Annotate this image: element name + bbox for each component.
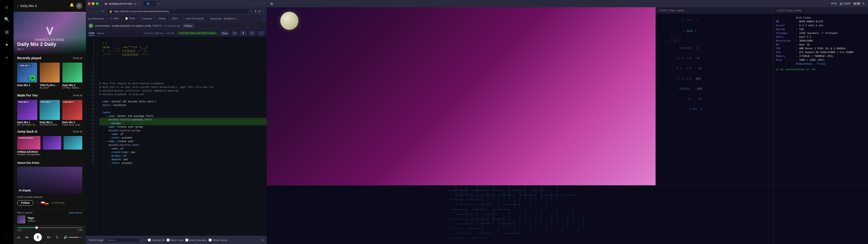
extensions-button[interactable]: ⚙: [258, 9, 261, 13]
copy-button[interactable]: ⎘: [232, 31, 238, 35]
list-item[interactable]: Daily Mix 1 Daily Mix 1 88Y GOYARD, Drak…: [17, 100, 37, 126]
find-next-button[interactable]: ↓: [145, 238, 146, 242]
new-tab-button[interactable]: ＋: [156, 1, 162, 6]
browser-tab-active[interactable]: 🐙 dots/play.yml at main · y... ✕: [102, 1, 143, 6]
user-avatar[interactable]: U: [76, 3, 82, 9]
line-numbers: 1 2 3 4 5 6 7 8 9 10 11 12 13 14 15 16 1…: [86, 37, 97, 236]
list-item[interactable]: Daily Mix 2 Lil Peep, Blades...: [62, 63, 82, 89]
bookmark-item[interactable]: Javascript - Simplest w...: [210, 17, 237, 20]
edit-button[interactable]: ✏: [249, 31, 255, 35]
commit-hash[interactable]: f6d9479: [153, 24, 162, 27]
line-number: 27: [86, 132, 96, 136]
code-line: groups: yf: [99, 154, 267, 158]
window-minimize-button[interactable]: [92, 2, 94, 5]
made-for-you-show-all[interactable]: Show all: [73, 94, 82, 97]
window-close-button[interactable]: [88, 2, 90, 5]
jump-back-in-show-all[interactable]: Show all: [73, 130, 82, 133]
highlight-all-checkbox[interactable]: Highlight All: [148, 239, 164, 242]
commit-header: Y yourfriendoss ansible playbook • fix w…: [86, 22, 267, 30]
url-bar[interactable]: 🔒 https://github.com/yourfrienddosa/dots…: [106, 9, 249, 14]
list-item[interactable]: Daily Mix 2 Daily Mix 2 XXXTENTACION, Li…: [39, 100, 60, 126]
sysinfo-content: Arch Linux MB ~ B450 AORUS ELITE Kernel …: [773, 13, 868, 185]
bookmark-item[interactable]: Github: [158, 17, 166, 20]
clock: 12:52: [853, 2, 860, 5]
shuffle-button[interactable]: ⇄: [17, 235, 20, 240]
play-button[interactable]: ▶: [29, 75, 36, 81]
tab-close-button[interactable]: ✕: [151, 2, 153, 5]
home-icon[interactable]: ⌂: [4, 4, 10, 10]
bookmarks-bar: yourfriend.uwu | ⬡ Silas | 📋 Trello | Co…: [86, 16, 267, 22]
browser-titlebar: 🐙 dots/play.yml at main · y... ✕ 🌐 ✕ ＋ —…: [86, 0, 267, 7]
queue-link[interactable]: Open queue: [68, 211, 82, 214]
recently-played-show-all[interactable]: Show all: [73, 57, 82, 59]
raw-button[interactable]: Raw: [220, 31, 229, 35]
reload-button[interactable]: ↻: [100, 9, 105, 13]
window-restore-icon[interactable]: □: [259, 2, 261, 5]
prev-button[interactable]: ⏮: [25, 235, 29, 239]
tab-blame[interactable]: Blame: [97, 31, 104, 35]
code-editor-area: 1 2 3 4 5 6 7 8 9 10 11 12 13 14 15 16 1…: [86, 37, 267, 236]
terminal-content[interactable]: \ ^ ^ / \ (O,O) / ( : ) ---'-\"-"--- {((…: [656, 13, 773, 185]
browser-tab[interactable]: 🌐 ✕: [144, 1, 156, 6]
window-minimize-icon[interactable]: —: [255, 2, 257, 5]
jump-back-in-cards: ##NIEZLEKONGO ##NIEZLEKONGO lil dopek, y…: [13, 135, 86, 157]
menu-button[interactable]: ⋮: [262, 9, 265, 13]
progress-bar[interactable]: [17, 227, 82, 228]
next-button[interactable]: ⏭: [47, 235, 51, 239]
window-close-icon[interactable]: ✕: [263, 2, 265, 5]
bookmark-item[interactable]: 📋 Trello: [125, 17, 135, 20]
volume-bar[interactable]: [69, 237, 82, 238]
tab-close-button[interactable]: ✕: [139, 2, 141, 5]
download-file-button[interactable]: ⬇: [240, 31, 246, 35]
more-bookmarks-button[interactable]: »: [263, 17, 265, 20]
notification-icon[interactable]: 🔔: [70, 3, 74, 9]
bookmark-item[interactable]: yourfriend.uwu: [88, 17, 104, 20]
player-track-title: Daily Mix 2 Daily: [17, 41, 82, 47]
list-item[interactable]: ##NIEZLEKONGO ##NIEZLEKONGO lil dopek, y…: [17, 136, 40, 156]
card-title: Daily Mix 1: [17, 121, 37, 124]
list-item[interactable]: THIS PLAYLI... By cp437: [40, 63, 60, 89]
bookmark-item[interactable]: ⬡ Silas: [110, 17, 119, 20]
bookmark-item[interactable]: Conquest: [142, 17, 152, 20]
current-time: 1:13: [17, 229, 22, 231]
window-maximize-button[interactable]: [96, 2, 98, 5]
find-prev-button[interactable]: ↑: [141, 238, 143, 242]
match-case-checkbox[interactable]: Match Case: [166, 239, 184, 242]
tab-code[interactable]: Code: [89, 31, 94, 36]
options-button[interactable]: ···: [258, 31, 264, 35]
match-diacritics-checkbox[interactable]: Match Diacritics: [185, 239, 207, 242]
find-input[interactable]: [105, 238, 139, 242]
follow-button[interactable]: Follow: [17, 200, 33, 206]
artist-options-button[interactable]: ···: [36, 201, 39, 205]
history-button[interactable]: History: [182, 24, 194, 28]
workspace-number: 5: [863, 2, 864, 5]
liked-songs-icon[interactable]: ♥: [4, 41, 10, 48]
whole-words-checkbox[interactable]: Whole Words: [209, 239, 227, 242]
workspace-icon: ⊞: [270, 2, 273, 5]
list-item[interactable]: Daily Mix 3 Daily Mix 3 Travis Scott, Dr…: [62, 100, 82, 126]
list-item[interactable]: [64, 136, 82, 156]
sys-val: 13m: [799, 28, 804, 31]
forward-nav-button[interactable]: →: [94, 9, 99, 13]
back-button[interactable]: ‹: [17, 4, 19, 8]
play-pause-button[interactable]: ⏸: [34, 233, 42, 241]
search-icon[interactable]: 🔍: [4, 16, 10, 23]
download-button[interactable]: ⬇: [254, 9, 257, 13]
line-number: 19: [86, 103, 96, 107]
bookmark-item[interactable]: DNS ~: [172, 17, 180, 20]
library-icon[interactable]: ⊞: [4, 29, 10, 35]
list-item[interactable]: Daily Mix 4 ▶ Daily Mix 4: [17, 63, 37, 89]
add-icon[interactable]: ＋: [4, 54, 10, 61]
next-song[interactable]: Yayo YAROL: [17, 215, 82, 223]
bookmark-item[interactable]: Inter Font family: [186, 17, 204, 20]
line-number: 30: [86, 143, 96, 147]
find-bar: Find in page ↑ ↓ Highlight All Match Cas…: [86, 236, 267, 244]
bookmark-button[interactable]: ☆: [250, 9, 253, 13]
find-close-button[interactable]: ✕: [261, 238, 264, 242]
list-item[interactable]: [43, 136, 61, 156]
sys-separator: ~: [796, 35, 798, 38]
copilot-badge[interactable]: Code 59% faster with GitHub Copilot: [177, 31, 217, 35]
code-line: [99, 64, 267, 67]
back-nav-button[interactable]: ←: [88, 9, 93, 13]
repeat-button[interactable]: ↻: [56, 235, 59, 240]
